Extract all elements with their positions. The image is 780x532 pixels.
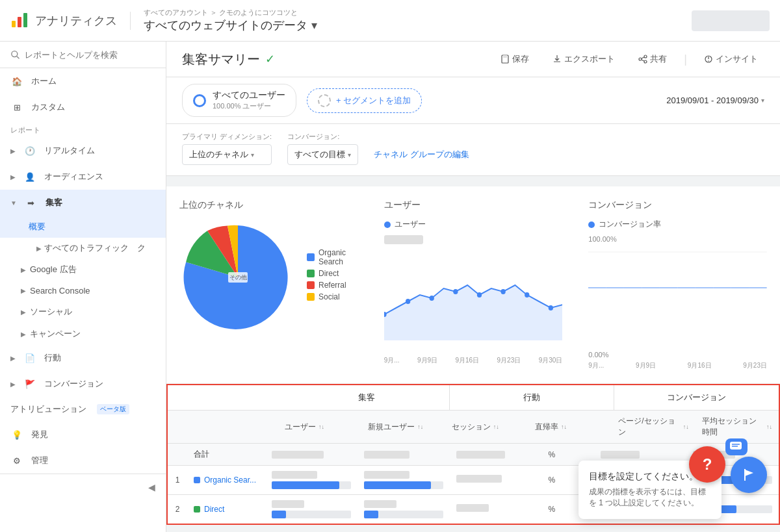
sidebar-item-google-ads-label: Google 広告 — [30, 264, 77, 275]
row1-sessions-value — [456, 475, 502, 483]
sidebar-item-campaign[interactable]: ▶ キャンペーン — [0, 323, 166, 345]
conversion-legend-label: コンバージョン率 — [599, 219, 661, 230]
totals-sessions-bar — [450, 446, 542, 464]
sidebar-item-campaign-label: キャンペーン — [30, 328, 81, 340]
add-segment-button[interactable]: + セグメントを追加 — [307, 88, 422, 113]
campaign-arrow: ▶ — [21, 331, 26, 338]
google-ads-arrow: ▶ — [21, 266, 26, 273]
sidebar-item-attribution-label: アトリビューション — [10, 403, 86, 415]
svg-text:その他: その他 — [229, 274, 247, 281]
share-label: 共有 — [650, 53, 667, 65]
user-dot — [429, 296, 434, 301]
floating-buttons-row: ? — [689, 446, 767, 493]
user-dot — [525, 292, 529, 298]
bulb-icon: 💡 — [10, 428, 23, 441]
behavior-icon: 📄 — [23, 351, 36, 364]
add-segment-label: + セグメントを追加 — [336, 95, 411, 107]
col-header-users[interactable]: ユーザー ↑↓ — [278, 411, 361, 443]
totals-new-users-bar — [358, 446, 450, 464]
sidebar-item-custom-label: カスタム — [31, 101, 65, 113]
flag-button[interactable] — [731, 457, 767, 493]
row1-channel[interactable]: Organic Sear... — [187, 470, 265, 490]
rank-col-spacer — [168, 411, 187, 443]
sidebar-item-all-traffic[interactable]: ▶ すべてのトラフィック ク — [0, 238, 166, 259]
conversion-max-label: 100.00% — [588, 235, 767, 243]
col-header-pages-session[interactable]: ページ/セッション ↑↓ — [612, 411, 695, 443]
sidebar-item-discovery[interactable]: 💡 発見 — [0, 422, 166, 448]
x-label-2: 9月16日 — [455, 356, 479, 365]
date-range-text: 2019/09/01 - 2019/09/30 — [666, 95, 759, 105]
save-label: 保存 — [512, 53, 529, 65]
insight-label: インサイト — [716, 53, 758, 65]
app-logo: アナリティクス — [10, 12, 131, 30]
edit-channel-groups-link[interactable]: チャネル グループの編集 — [374, 149, 469, 165]
sidebar-item-attribution[interactable]: アトリビューション ベータ版 — [0, 397, 166, 422]
totals-users-placeholder — [272, 451, 324, 459]
legend-item-social: Social — [307, 292, 358, 301]
sidebar-item-google-ads[interactable]: ▶ Google 広告 — [0, 259, 166, 281]
channels-chart-card: 上位のチャネル その他 — [166, 186, 371, 383]
sidebar-item-admin[interactable]: ⚙ 管理 — [0, 448, 166, 474]
sidebar-item-home[interactable]: 🏠 ホーム — [0, 68, 166, 94]
breadcrumb-main[interactable]: すべてのウェブサイトのデータ ▾ — [144, 18, 692, 33]
sidebar-item-social[interactable]: ▶ ソーシャル — [0, 301, 166, 323]
sidebar-item-acquisition[interactable]: ▼ ➡ 集客 — [0, 190, 166, 216]
help-button[interactable]: ? — [689, 446, 725, 483]
sidebar-item-conversion[interactable]: ▶ 🚩 コンバージョン — [0, 371, 166, 397]
sidebar-item-realtime[interactable]: ▶ 🕐 リアルタイム — [0, 138, 166, 164]
svg-point-7 — [644, 55, 647, 58]
row2-channel[interactable]: Direct — [187, 500, 265, 519]
primary-dimension-value: 上位のチャネル — [189, 149, 248, 160]
date-range-picker[interactable]: 2019/09/01 - 2019/09/30 ▾ — [666, 95, 764, 105]
sidebar-search-container[interactable] — [0, 42, 166, 68]
sidebar-item-discovery-label: 発見 — [31, 429, 48, 440]
conversion-line-chart — [588, 246, 767, 349]
user-dot — [548, 305, 552, 310]
user-dot — [406, 299, 410, 304]
sort-icon-pages: ↑↓ — [683, 424, 689, 430]
chart-legend: Organic Search Direct Referral Soci — [307, 248, 358, 301]
table-section-headers: 集客 行動 コンバージョン — [168, 385, 779, 411]
row1-channel-dot — [194, 477, 200, 483]
sidebar-item-custom[interactable]: ⊞ カスタム — [0, 94, 166, 120]
cx-label-2: 9月16日 — [688, 361, 712, 370]
organic-color — [307, 253, 315, 261]
app-title: アナリティクス — [35, 13, 117, 29]
col-header-new-users[interactable]: 新規ユーザー ↑↓ — [361, 411, 445, 443]
export-button[interactable]: エクスポート — [546, 49, 621, 69]
insight-button[interactable]: インサイト — [697, 49, 764, 69]
sidebar-item-search-console[interactable]: ▶ Search Console — [0, 281, 166, 301]
custom-icon: ⊞ — [10, 101, 23, 114]
search-input[interactable] — [25, 50, 155, 60]
sidebar-item-overview[interactable]: 概要 — [0, 216, 166, 238]
primary-dimension-label: プライマリ ディメンション: — [182, 132, 272, 142]
col-header-bounce[interactable]: 直帰率 ↑↓ — [528, 411, 612, 443]
legend-referral-label: Referral — [318, 281, 346, 290]
account-switcher[interactable] — [692, 10, 770, 31]
sidebar-collapse-button[interactable]: ◀ — [0, 474, 166, 500]
col-header-sessions[interactable]: セッション ↑↓ — [445, 411, 528, 443]
conversion-select[interactable]: すべての目標 ▾ — [287, 144, 358, 165]
sidebar-item-behavior[interactable]: ▶ 📄 行動 — [0, 345, 166, 371]
acquisition-collapse-icon: ▼ — [10, 199, 17, 207]
breadcrumb-dropdown-icon[interactable]: ▾ — [311, 18, 317, 32]
legend-social-label: Social — [318, 292, 340, 301]
row1-rank: 1 — [168, 470, 187, 490]
primary-dimension-select[interactable]: 上位のチャネル ▾ — [182, 144, 272, 165]
x-label-0: 9月... — [384, 356, 400, 365]
channel-col-spacer — [187, 411, 278, 443]
row2-new-users-bar-bg — [364, 511, 443, 518]
acquisition-section-header: 集客 — [285, 385, 450, 410]
primary-dimension-group: プライマリ ディメンション: 上位のチャネル ▾ — [182, 132, 272, 165]
sidebar-item-overview-label: 概要 — [29, 222, 46, 231]
all-users-segment[interactable]: すべてのユーザー 100.00% ユーザー — [182, 84, 296, 117]
col-sessions-label: セッション — [452, 422, 491, 433]
page-title-text: 集客サマリー — [182, 51, 260, 68]
cx-label-1: 9月9日 — [636, 361, 656, 370]
share-button[interactable]: 共有 — [632, 49, 673, 69]
search-console-arrow: ▶ — [21, 287, 26, 294]
save-button[interactable]: 保存 — [494, 49, 536, 69]
svg-point-14 — [708, 60, 709, 62]
social-color — [307, 293, 315, 301]
sidebar-item-audience[interactable]: ▶ 👤 オーディエンス — [0, 164, 166, 190]
